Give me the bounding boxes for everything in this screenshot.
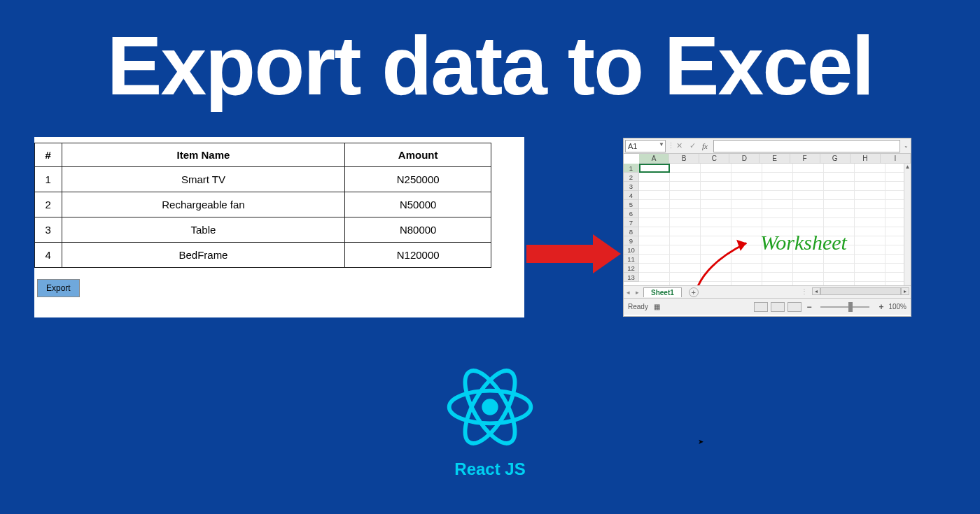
- react-label: React JS: [441, 459, 539, 479]
- column-header[interactable]: I: [881, 154, 911, 163]
- cell-item: Smart TV: [62, 167, 345, 192]
- cell-item: BedFrame: [62, 243, 345, 268]
- data-table-panel: # Item Name Amount 1 Smart TV N250000 2 …: [34, 137, 524, 317]
- annotation-arrow-icon: [681, 234, 765, 285]
- cell-amount: N250000: [345, 167, 491, 192]
- separator-icon: ⋮: [797, 287, 812, 295]
- row-headers: 1 2 3 4 5 6 7 8 9 10 11 12 13: [624, 164, 639, 282]
- column-header[interactable]: G: [820, 154, 850, 163]
- worksheet-annotation: Worksheet: [760, 231, 847, 255]
- sheet-nav-prev-icon[interactable]: ◂: [624, 289, 633, 296]
- scroll-right-icon[interactable]: ▸: [901, 287, 909, 295]
- table-row: 2 Rechargeable fan N50000: [35, 192, 491, 217]
- scroll-up-icon[interactable]: ▲: [904, 164, 911, 171]
- formula-input[interactable]: [713, 140, 900, 152]
- record-macro-icon[interactable]: ▦: [654, 303, 660, 310]
- name-box-value: A1: [628, 142, 637, 150]
- spreadsheet-grid[interactable]: A B C D E F G H I 1 2 3 4 5 6 7 8 9 10 1…: [624, 154, 911, 285]
- cell-amount: N80000: [345, 217, 491, 243]
- view-page-break-icon[interactable]: [788, 302, 802, 312]
- header-index: #: [35, 143, 62, 167]
- cell-amount: N50000: [345, 192, 491, 217]
- row-header[interactable]: 1: [624, 164, 639, 173]
- header-item: Item Name: [62, 143, 345, 167]
- horizontal-scrollbar[interactable]: [820, 287, 901, 295]
- arrow-icon: [526, 234, 621, 269]
- row-header[interactable]: 12: [624, 264, 639, 273]
- row-header[interactable]: 2: [624, 173, 639, 182]
- column-header[interactable]: A: [639, 154, 669, 163]
- cells-area[interactable]: [639, 164, 904, 285]
- svg-marker-2: [736, 240, 746, 251]
- zoom-out-button[interactable]: −: [804, 302, 813, 312]
- column-header[interactable]: E: [760, 154, 790, 163]
- active-cell[interactable]: [639, 164, 670, 173]
- view-normal-icon[interactable]: [754, 302, 768, 312]
- table-row: 4 BedFrame N120000: [35, 243, 491, 268]
- row-header[interactable]: 5: [624, 200, 639, 209]
- cursor-icon: ➤: [698, 438, 704, 445]
- column-header[interactable]: D: [729, 154, 760, 163]
- svg-rect-0: [526, 245, 596, 263]
- column-header[interactable]: F: [790, 154, 820, 163]
- cell-index: 4: [35, 243, 62, 268]
- row-header[interactable]: 9: [624, 236, 639, 245]
- table-row: 3 Table N80000: [35, 217, 491, 243]
- data-table: # Item Name Amount 1 Smart TV N250000 2 …: [34, 143, 491, 268]
- cell-index: 3: [35, 217, 62, 243]
- row-header[interactable]: 13: [624, 273, 639, 282]
- vertical-scrollbar[interactable]: ▲: [904, 164, 911, 285]
- fx-icon[interactable]: fx: [699, 142, 710, 150]
- cell-item: Table: [62, 217, 345, 243]
- cell-index: 1: [35, 167, 62, 192]
- row-header[interactable]: 3: [624, 182, 639, 191]
- cell-index: 2: [35, 192, 62, 217]
- view-page-layout-icon[interactable]: [771, 302, 785, 312]
- excel-preview: A1 ▼ ⋮ ✕ ✓ fx ⌄ A B C D E F G H I 1 2 3 …: [623, 138, 911, 317]
- zoom-slider[interactable]: [820, 306, 869, 308]
- add-sheet-button[interactable]: +: [689, 287, 699, 297]
- formula-bar: A1 ▼ ⋮ ✕ ✓ fx ⌄: [624, 138, 911, 154]
- dropdown-icon[interactable]: ⌄: [902, 143, 911, 149]
- export-button[interactable]: Export: [37, 279, 80, 297]
- row-header[interactable]: 7: [624, 218, 639, 227]
- status-ready: Ready: [628, 303, 648, 310]
- zoom-slider-thumb[interactable]: [848, 302, 853, 312]
- dropdown-icon[interactable]: ▼: [659, 141, 664, 148]
- scroll-left-icon[interactable]: ◂: [812, 287, 820, 295]
- cancel-icon[interactable]: ✕: [673, 141, 686, 150]
- row-header[interactable]: 10: [624, 245, 639, 255]
- sheet-tab[interactable]: Sheet1: [643, 287, 682, 297]
- header-amount: Amount: [345, 143, 491, 167]
- column-headers: A B C D E F G H I: [639, 154, 911, 164]
- name-box[interactable]: A1 ▼: [625, 140, 666, 152]
- zoom-in-button[interactable]: +: [876, 302, 886, 312]
- column-header[interactable]: H: [850, 154, 881, 163]
- row-header[interactable]: 4: [624, 191, 639, 200]
- row-header[interactable]: 11: [624, 255, 639, 264]
- cell-amount: N120000: [345, 243, 491, 268]
- svg-marker-1: [593, 234, 621, 273]
- sheet-tabs-bar: ◂ ▸ Sheet1 ➤ + ⋮ ◂ ▸: [624, 285, 911, 298]
- page-title: Export data to Excel: [0, 0, 980, 112]
- status-bar: Ready ▦ − + 100%: [624, 298, 911, 315]
- svg-point-3: [482, 399, 498, 415]
- column-header[interactable]: B: [669, 154, 699, 163]
- react-branding: React JS: [441, 362, 539, 479]
- row-header[interactable]: 6: [624, 209, 639, 218]
- separator-icon: ⋮: [667, 141, 673, 150]
- react-logo-icon: [441, 362, 539, 452]
- zoom-level[interactable]: 100%: [888, 303, 906, 310]
- sheet-nav-next-icon[interactable]: ▸: [633, 289, 642, 296]
- row-header[interactable]: 8: [624, 227, 639, 236]
- check-icon[interactable]: ✓: [686, 141, 699, 150]
- cell-item: Rechargeable fan: [62, 192, 345, 217]
- table-row: 1 Smart TV N250000: [35, 167, 491, 192]
- column-header[interactable]: C: [699, 154, 729, 163]
